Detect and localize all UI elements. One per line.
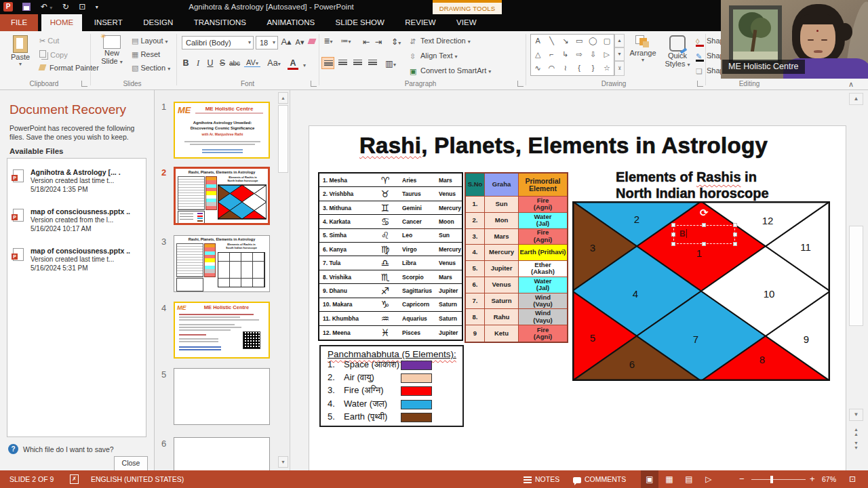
customize-qat-icon[interactable]: ▾ — [96, 2, 98, 12]
recovery-help-link[interactable]: Which file do I want to save? — [23, 445, 114, 453]
horoscope-heading[interactable]: Elements of Rashis inNorth Indian horosc… — [616, 169, 812, 201]
shape-rounded-rectangle-icon[interactable]: ▢ — [600, 35, 614, 48]
notes-button[interactable]: NOTES — [524, 470, 559, 488]
shape-right-brace-icon[interactable]: } — [586, 62, 599, 75]
tab-animations[interactable]: ANIMATIONS — [258, 14, 323, 31]
shape-text-box-icon[interactable]: A — [531, 35, 545, 48]
undo-dropdown-icon[interactable]: ▾ — [50, 5, 52, 11]
fit-to-window-icon[interactable]: ⊡ — [849, 470, 856, 488]
shape-arc-icon[interactable]: ◠ — [545, 62, 558, 75]
zoom-out-icon[interactable]: − — [739, 470, 745, 488]
numbering-icon[interactable]: ≔▾ — [340, 37, 351, 45]
shape-oval-icon[interactable]: ◯ — [586, 35, 599, 48]
align-text-button[interactable]: ⇳Align Text ▾ — [410, 52, 458, 60]
reading-view-icon[interactable]: ▤ — [680, 470, 698, 488]
next-slide-button[interactable]: ▼▼ — [849, 441, 863, 451]
resize-handle[interactable] — [733, 242, 737, 246]
shadow-abc-button[interactable]: abc — [229, 60, 240, 67]
recovered-file-item[interactable]: map of consciousness.pptx ..Version crea… — [13, 207, 142, 237]
font-dialog-launcher[interactable] — [311, 81, 317, 87]
underline-button[interactable]: U — [205, 58, 216, 68]
shapes-scroll-down-icon[interactable]: ▼ — [614, 47, 625, 61]
slide-sorter-icon[interactable]: ▦ — [660, 470, 678, 488]
textbox-text[interactable]: B — [679, 229, 687, 239]
font-size-combo[interactable]: 18▾ — [256, 36, 278, 49]
shapes-more-icon[interactable]: ⊻ — [614, 61, 625, 76]
justify-button[interactable] — [366, 57, 379, 69]
slideshow-icon[interactable]: ▷ — [700, 470, 717, 488]
shape-curve-icon[interactable]: ≀ — [559, 62, 572, 75]
character-spacing-button[interactable]: AV▾ — [244, 58, 260, 67]
undo-icon[interactable]: ↶ ▾ — [41, 2, 52, 13]
slide-thumbnail-5[interactable] — [174, 368, 270, 425]
align-right-button[interactable] — [351, 57, 364, 69]
comments-button[interactable]: COMMENTS — [573, 470, 626, 488]
bold-button[interactable]: B — [180, 58, 191, 68]
save-icon[interactable] — [22, 3, 31, 11]
font-color-button[interactable]: A — [288, 58, 298, 70]
language-indicator[interactable]: ENGLISH (UNITED STATES) — [91, 470, 184, 488]
north-indian-horoscope-chart[interactable]: 123456789101112 ⟳ B — [572, 201, 830, 381]
decrease-indent-icon[interactable]: ⇤ — [361, 37, 372, 47]
increase-indent-icon[interactable]: ⇥ — [373, 37, 384, 47]
shapes-scroll-up-icon[interactable]: ▲ — [614, 34, 625, 47]
zoom-in-icon[interactable]: + — [810, 470, 815, 488]
change-case-button[interactable]: Aa▾ — [266, 58, 282, 68]
section-button[interactable]: ▧Section ▾ — [132, 64, 170, 73]
resize-handle[interactable] — [671, 232, 675, 237]
shape-elbow-arrow-icon[interactable]: ↳ — [559, 48, 572, 62]
shape-right-arrow-icon[interactable]: ⇨ — [572, 48, 586, 62]
shape-rectangle-icon[interactable]: ▭ — [572, 35, 586, 48]
tab-slideshow[interactable]: SLIDE SHOW — [327, 14, 393, 31]
strikethrough-button[interactable]: S — [217, 58, 228, 68]
close-button[interactable]: Close — [114, 456, 148, 471]
align-center-button[interactable] — [336, 57, 349, 69]
slide-thumbnail-2-selected[interactable]: Rashi, Planets, Elements in Astrology El… — [174, 167, 270, 225]
resize-handle[interactable] — [702, 223, 706, 227]
drawing-dialog-launcher[interactable] — [697, 81, 703, 87]
text-direction-button[interactable]: ⇵Text Direction ▾ — [410, 37, 471, 45]
tab-file[interactable]: FILE — [0, 14, 38, 31]
tab-design[interactable]: DESIGN — [134, 14, 182, 31]
scroll-down-icon[interactable]: ▼ — [849, 409, 863, 421]
redo-icon[interactable]: ↻ — [62, 2, 69, 12]
scrollbar-thumb[interactable] — [849, 226, 863, 326]
shape-scribble-icon[interactable]: ∿ — [531, 62, 545, 75]
clear-formatting-icon[interactable] — [307, 37, 317, 46]
slide-thumbnail-4[interactable]: ME ME Holistic Centre — [174, 302, 270, 359]
bullets-icon[interactable]: ≣▾ — [323, 37, 334, 45]
zoom-slider-thumb[interactable] — [770, 476, 773, 483]
resize-handle[interactable] — [671, 223, 675, 227]
convert-smartart-button[interactable]: ▣Convert to SmartArt ▾ — [410, 66, 491, 75]
start-from-beginning-icon[interactable]: ⊡ — [79, 2, 85, 12]
collapse-ribbon-icon[interactable]: ∧ — [844, 80, 858, 89]
resize-handle[interactable] — [671, 242, 675, 246]
tab-home[interactable]: HOME — [41, 14, 83, 31]
reset-button[interactable]: ▦Reset — [132, 50, 160, 59]
shape-callout-icon[interactable]: ▷ — [600, 48, 614, 62]
resize-handle[interactable] — [733, 232, 737, 237]
new-slide-button[interactable]: ✳ New Slide ▾ — [96, 35, 127, 65]
thumbnails-scrollbar-thumb[interactable] — [278, 105, 288, 173]
zoom-level[interactable]: 67% — [822, 470, 836, 488]
shape-star-icon[interactable]: ☆ — [600, 62, 614, 75]
shapes-gallery[interactable]: A╲↘▭◯▢△⌐↳⇨⇩▷∿◠≀{}☆ — [530, 34, 614, 76]
shape-arrow-icon[interactable]: ↘ — [559, 35, 572, 48]
scroll-up-icon[interactable]: ▲ — [849, 93, 863, 105]
clipboard-dialog-launcher[interactable] — [81, 81, 87, 87]
thumbnails-scroll-down-icon[interactable]: ▼ — [278, 456, 288, 468]
font-name-combo[interactable]: Calibri (Body)▾ — [182, 36, 254, 49]
quick-styles-button[interactable]: Quick Styles ▾ — [662, 35, 693, 68]
help-icon[interactable]: ? — [8, 444, 18, 454]
increase-font-icon[interactable]: A▴ — [281, 37, 292, 47]
shape-left-brace-icon[interactable]: { — [572, 62, 586, 75]
resize-handle[interactable] — [702, 242, 706, 246]
shape-line-icon[interactable]: ╲ — [545, 35, 558, 48]
normal-view-icon[interactable]: ▣ — [641, 470, 658, 488]
rashi-table[interactable]: 1. Mesha♈AriesMars2. Vrishbha♉TaurusVenu… — [318, 172, 463, 341]
tab-insert[interactable]: INSERT — [85, 14, 132, 31]
recovered-file-item[interactable]: map of consciousness.pptx ..Version crea… — [13, 247, 142, 277]
resize-handle[interactable] — [733, 223, 737, 227]
spell-check-icon[interactable]: ✗ — [70, 470, 82, 488]
slide-thumbnail-1[interactable]: ME ME Holistic Centre Agnihotra Astrolog… — [174, 102, 270, 159]
